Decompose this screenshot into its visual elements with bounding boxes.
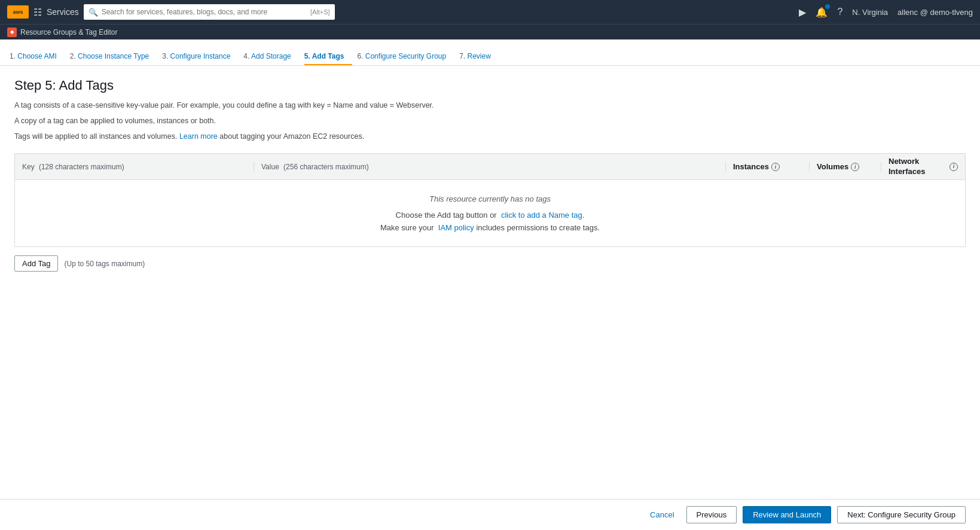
click-to-add-name-tag[interactable]: click to add a Name tag — [501, 211, 582, 220]
col-network-label: Network Interfaces — [889, 157, 947, 177]
col-network-header: Network Interfaces i — [881, 157, 965, 177]
iam-policy-link[interactable]: IAM policy — [438, 223, 474, 232]
tag-table: Key (128 characters maximum) Value (256 … — [14, 153, 966, 247]
page-title: Step 5: Add Tags — [14, 78, 966, 93]
col-instances-label: Instances — [733, 162, 769, 171]
max-tags-note: (Up to 50 tags maximum) — [64, 260, 145, 268]
notifications-bell[interactable]: 🔔 — [816, 7, 828, 18]
instances-info-icon[interactable]: i — [771, 163, 780, 171]
instruction-suffix: . — [582, 211, 585, 220]
col-instances-header: Instances i — [726, 162, 810, 171]
user-menu[interactable]: allenc @ demo-tlveng — [897, 8, 973, 17]
step-2-label: 2. Choose Instance Type — [70, 52, 149, 60]
services-button[interactable]: Services — [47, 7, 79, 17]
tag-instruction: Choose the Add tag button or click to ad… — [15, 211, 965, 220]
help-icon[interactable]: ? — [837, 7, 842, 17]
step-6-label: 6. Configure Security Group — [357, 52, 446, 60]
main-content: Step 5: Add Tags A tag consists of a cas… — [0, 66, 980, 284]
grid-icon[interactable]: ☷ — [33, 7, 42, 18]
step-7-label: 7. Review — [459, 52, 491, 60]
col-value-header: Value (256 characters maximum) — [254, 162, 726, 171]
breadcrumb[interactable]: ◆ Resource Groups & Tag Editor — [7, 28, 118, 37]
col-volumes-header: Volumes i — [810, 162, 881, 171]
col-key-hint: (128 characters maximum) — [39, 163, 124, 171]
step-2[interactable]: 2. Choose Instance Type — [70, 52, 158, 65]
desc3-prefix: Tags will be applied to all instances an… — [14, 132, 177, 141]
step-1-label: 1. Choose AMI — [10, 52, 57, 60]
step-3[interactable]: 3. Configure Instance — [162, 52, 239, 65]
col-value-hint: (256 characters maximum) — [283, 163, 369, 171]
tag-table-header: Key (128 characters maximum) Value (256 … — [15, 154, 965, 180]
aws-logo[interactable]: aws — [7, 5, 29, 19]
network-info-icon[interactable]: i — [950, 163, 958, 171]
breadcrumb-label: Resource Groups & Tag Editor — [20, 28, 118, 36]
no-tags-message: This resource currently has no tags — [15, 194, 965, 203]
aws-logo-box: aws — [7, 5, 29, 19]
bell-badge — [825, 4, 830, 9]
add-tag-button[interactable]: Add Tag — [14, 255, 58, 272]
resource-groups-icon: ◆ — [7, 28, 17, 37]
col-volumes-label: Volumes — [817, 162, 848, 171]
learn-more-link[interactable]: Learn more — [179, 132, 218, 141]
step-1[interactable]: 1. Choose AMI — [10, 52, 65, 65]
col-key-header: Key (128 characters maximum) — [15, 162, 254, 171]
add-tag-area: Add Tag (Up to 50 tags maximum) — [14, 255, 966, 272]
top-nav: aws ☷ Services 🔍 [Alt+S] ▶ 🔔 ? N. Virgin… — [0, 0, 980, 24]
col-value-label: Value — [261, 163, 279, 171]
step-7[interactable]: 7. Review — [459, 52, 499, 65]
instruction-prefix: Choose the Add tag button or — [396, 211, 497, 220]
region-selector[interactable]: N. Virginia — [852, 8, 888, 17]
breadcrumb-bar: ◆ Resource Groups & Tag Editor — [0, 24, 980, 39]
iam-suffix: includes permissions to create tags. — [476, 223, 600, 232]
volumes-info-icon[interactable]: i — [851, 163, 859, 171]
iam-note: Make sure your IAM policy includes permi… — [15, 223, 965, 232]
description-1: A tag consists of a case-sensitive key-v… — [14, 99, 966, 111]
description-2: A copy of a tag can be applied to volume… — [14, 115, 966, 127]
terminal-icon[interactable]: ▶ — [799, 7, 806, 18]
search-bar[interactable]: 🔍 [Alt+S] — [84, 4, 335, 20]
col-key-label: Key — [22, 163, 35, 171]
iam-prefix: Make sure your — [380, 223, 434, 232]
search-shortcut: [Alt+S] — [310, 8, 330, 16]
step-5[interactable]: 5. Add Tags — [304, 52, 353, 65]
step-6[interactable]: 6. Configure Security Group — [357, 52, 454, 65]
step-5-label: 5. Add Tags — [304, 52, 344, 60]
step-4[interactable]: 4. Add Storage — [243, 52, 299, 65]
description-3: Tags will be applied to all instances an… — [14, 130, 966, 142]
tag-table-body: This resource currently has no tags Choo… — [15, 180, 965, 246]
nav-right: ▶ 🔔 ? N. Virginia allenc @ demo-tlveng — [799, 7, 973, 18]
step-3-label: 3. Configure Instance — [162, 52, 230, 60]
desc3-suffix: about tagging your Amazon EC2 resources. — [219, 132, 364, 141]
search-icon: 🔍 — [88, 8, 98, 17]
step-4-label: 4. Add Storage — [243, 52, 291, 60]
search-input[interactable] — [102, 8, 307, 16]
step-wizard: 1. Choose AMI 2. Choose Instance Type 3.… — [0, 39, 980, 66]
